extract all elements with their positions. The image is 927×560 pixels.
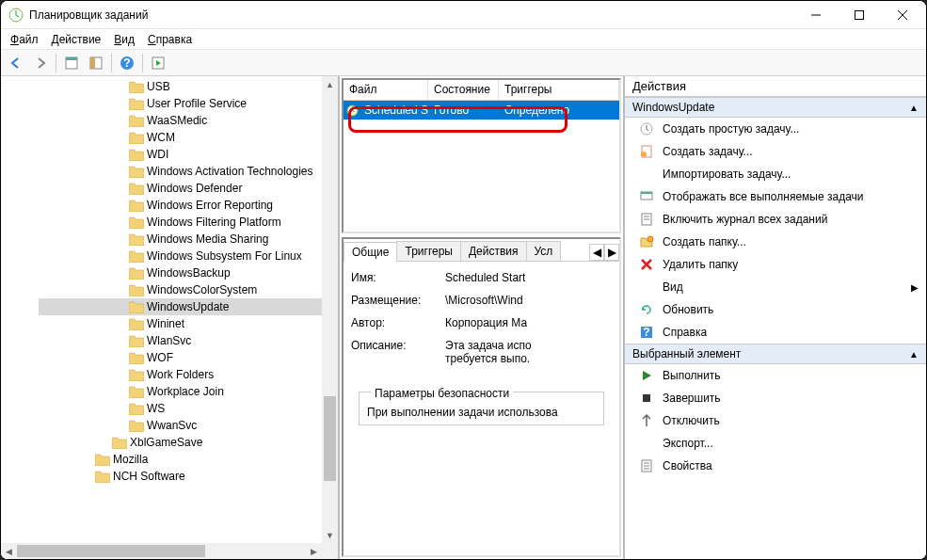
action-item[interactable]: Отключить xyxy=(625,409,926,432)
tabs-next[interactable]: ▶ xyxy=(604,244,619,261)
tree-item-label: WCM xyxy=(147,131,175,144)
tree-item[interactable]: WCM xyxy=(39,129,338,146)
tab-general[interactable]: Общие xyxy=(344,242,397,262)
toolbar-btn-1[interactable] xyxy=(60,52,83,74)
tabs-prev[interactable]: ◀ xyxy=(589,244,604,261)
action-item[interactable]: Создать задачу... xyxy=(625,140,926,163)
tree-item-label: WindowsUpdate xyxy=(147,300,229,313)
author-value: Корпорация Ма xyxy=(445,316,612,329)
col-state[interactable]: Состояние xyxy=(428,80,499,100)
titlebar: Планировщик заданий xyxy=(1,1,926,29)
tree-item[interactable]: WaaSMedic xyxy=(39,112,338,129)
action-label: Справка xyxy=(663,326,707,339)
tree-item[interactable]: Workplace Join xyxy=(39,383,338,400)
tree-item[interactable]: Windows Activation Technologies xyxy=(39,163,338,180)
tree-item-label: USB xyxy=(147,80,170,93)
blank-icon xyxy=(638,167,655,182)
maximize-button[interactable] xyxy=(838,1,881,29)
action-label: Завершить xyxy=(663,392,721,405)
tree-item[interactable]: Wininet xyxy=(39,315,338,332)
action-item[interactable]: Удалить папку xyxy=(625,253,926,276)
menu-file[interactable]: Файл xyxy=(5,31,44,48)
back-button[interactable] xyxy=(5,52,27,74)
tree-item[interactable]: Windows Defender xyxy=(39,180,338,197)
tree-item-label: Windows Activation Technologies xyxy=(147,165,313,178)
folder-tree[interactable]: USBUser Profile ServiceWaaSMedicWCMWDIWi… xyxy=(1,76,338,487)
action-item[interactable]: Включить журнал всех заданий xyxy=(625,208,926,231)
action-label: Импортировать задачу... xyxy=(663,168,791,181)
action-view[interactable]: Вид ▶ xyxy=(625,276,926,298)
task-trigger: Определено xyxy=(499,104,619,117)
svg-rect-26 xyxy=(643,394,650,402)
action-item[interactable]: Обновить xyxy=(625,298,926,321)
tree-item[interactable]: NCH Software xyxy=(39,468,338,485)
tree-item-label: WaaSMedic xyxy=(147,114,207,127)
menu-help[interactable]: Справка xyxy=(142,31,198,48)
tree-item-label: WindowsBackup xyxy=(147,266,231,280)
action-item[interactable]: Создать папку... xyxy=(625,231,926,253)
tree-item[interactable]: Work Folders xyxy=(39,366,338,383)
description-value: Эта задача испо требуется выпо. xyxy=(445,339,612,365)
folder-icon xyxy=(129,267,144,280)
tree-item[interactable]: WindowsUpdate xyxy=(39,298,338,315)
menu-view[interactable]: Вид xyxy=(108,31,140,48)
action-item[interactable]: Создать простую задачу... xyxy=(625,118,926,140)
tree-scrollbar-v[interactable]: ▲ ▼ xyxy=(322,76,338,559)
tree-item[interactable]: USB xyxy=(39,78,338,95)
tree-item-label: WwanSvc xyxy=(147,419,197,432)
tree-item-label: Windows Subsystem For Linux xyxy=(147,249,302,263)
col-file[interactable]: Файл xyxy=(344,80,428,100)
tree-item[interactable]: WindowsColorSystem xyxy=(39,281,338,298)
tree-item[interactable]: WwanSvc xyxy=(39,417,338,434)
tree-item-label: Windows Defender xyxy=(147,182,242,195)
action-item[interactable]: Отображать все выполняемые задачи xyxy=(625,185,926,208)
tree-item[interactable]: WS xyxy=(39,400,338,417)
action-item[interactable]: Экспорт... xyxy=(625,432,926,455)
svg-point-15 xyxy=(641,152,647,157)
tree-item[interactable]: WlanSvc xyxy=(39,332,338,349)
collapse-icon: ▲ xyxy=(909,103,919,113)
close-button[interactable] xyxy=(881,1,924,29)
tree-item-label: Wininet xyxy=(147,317,184,330)
tree-pane: USBUser Profile ServiceWaaSMedicWCMWDIWi… xyxy=(1,76,340,559)
tab-conditions[interactable]: Усл xyxy=(526,241,562,261)
tab-actions[interactable]: Действия xyxy=(460,241,527,261)
tree-item[interactable]: Windows Subsystem For Linux xyxy=(39,248,338,264)
actions-section-1[interactable]: WindowsUpdate ▲ xyxy=(625,97,926,118)
task-row[interactable]: Scheduled S... Готово Определено xyxy=(344,101,619,120)
task-list[interactable]: Файл Состояние Триггеры Scheduled S... Г… xyxy=(342,78,621,233)
action-item[interactable]: Выполнить xyxy=(625,364,926,387)
task-name: Scheduled S... xyxy=(359,104,428,117)
menu-action[interactable]: Действие xyxy=(46,31,107,48)
minimize-button[interactable] xyxy=(794,1,838,29)
tree-item[interactable]: Windows Filtering Platform xyxy=(39,214,338,231)
tree-item[interactable]: User Profile Service xyxy=(39,95,338,112)
tree-item[interactable]: WindowsBackup xyxy=(39,264,338,281)
forward-button[interactable] xyxy=(29,52,52,74)
folder-icon xyxy=(129,183,144,195)
tree-item[interactable]: Windows Media Sharing xyxy=(39,231,338,248)
action-label: Создать простую задачу... xyxy=(663,122,799,136)
action-item[interactable]: ?Справка xyxy=(625,321,926,344)
tree-item[interactable]: WDI xyxy=(39,146,338,163)
action-item[interactable]: Завершить xyxy=(625,387,926,409)
run-button[interactable] xyxy=(147,52,169,74)
action-item[interactable]: Импортировать задачу... xyxy=(625,163,926,185)
help-button[interactable]: ? xyxy=(116,52,138,74)
tree-item[interactable]: Windows Error Reporting xyxy=(39,197,338,214)
action-label: Создать папку... xyxy=(663,235,746,248)
tab-triggers[interactable]: Триггеры xyxy=(396,241,461,261)
blank-icon xyxy=(638,436,655,451)
toolbar-btn-2[interactable] xyxy=(85,52,107,74)
chevron-right-icon: ▶ xyxy=(911,282,919,293)
tree-item-label: Windows Error Reporting xyxy=(147,199,273,212)
actions-section-2[interactable]: Выбранный элемент ▲ xyxy=(625,344,926,364)
stop-icon xyxy=(638,391,655,406)
tree-scrollbar-h[interactable]: ◀ ▶ xyxy=(1,543,322,559)
tree-item[interactable]: Mozilla xyxy=(39,451,338,468)
tree-item[interactable]: XblGameSave xyxy=(39,434,338,451)
tree-item[interactable]: WOF xyxy=(39,349,338,366)
location-label: Размещение: xyxy=(351,294,445,307)
col-triggers[interactable]: Триггеры xyxy=(499,80,619,100)
action-item[interactable]: Свойства xyxy=(625,455,926,477)
